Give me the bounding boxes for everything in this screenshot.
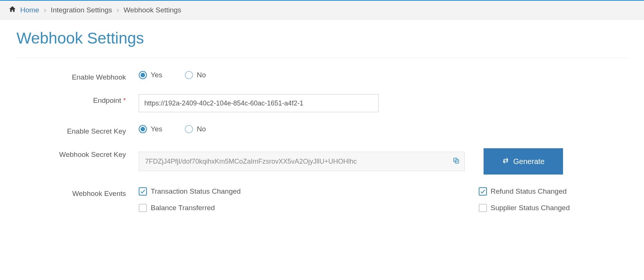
secret-key-field: 7FDZjJ4PfjI/dof70kqihxKm5MCoZaImFzsrovXX… [139,152,465,171]
row-enable-webhook: Enable Webhook Yes No [15,71,629,81]
radio-icon [139,71,147,79]
radio-label-no: No [197,125,206,133]
radio-icon [139,125,147,133]
label-enable-secret: Enable Secret Key [15,125,139,135]
event-transaction-status[interactable]: Transaction Status Changed [139,187,241,196]
home-icon [8,5,16,15]
retweet-icon [502,157,509,166]
event-label: Refund Status Changed [491,187,567,196]
events-col-left: Transaction Status Changed Balance Trans… [139,187,241,212]
enable-webhook-yes[interactable]: Yes [139,71,162,79]
event-label: Supplier Status Changed [491,204,570,212]
row-endpoint: Endpoint * [15,94,629,112]
events-col-right: Refund Status Changed Supplier Status Ch… [479,187,570,212]
breadcrumb-home-link[interactable]: Home [20,6,39,14]
secret-key-value: 7FDZjJ4PfjI/dof70kqihxKm5MCoZaImFzsrovXX… [145,158,449,166]
checkbox-icon [479,204,487,212]
label-enable-webhook: Enable Webhook [15,71,139,81]
row-events: Webhook Events Transaction Status Change… [15,187,629,212]
radio-label-yes: Yes [151,71,162,79]
event-supplier-status[interactable]: Supplier Status Changed [479,204,570,212]
enable-secret-radio-group: Yes No [139,125,206,133]
form: Enable Webhook Yes No Endpoint * [15,58,629,212]
radio-label-yes: Yes [151,125,162,133]
generate-button[interactable]: Generate [484,148,563,175]
breadcrumb-separator: › [42,6,49,14]
copy-icon[interactable] [452,157,460,166]
event-label: Balance Transferred [151,204,215,212]
label-secret-key: Webhook Secret Key [15,148,139,159]
breadcrumb-separator: › [114,6,121,14]
event-label: Transaction Status Changed [151,187,241,196]
radio-icon [185,125,193,133]
breadcrumb-integration[interactable]: Integration Settings [51,6,112,14]
row-enable-secret: Enable Secret Key Yes No [15,125,629,135]
enable-secret-no[interactable]: No [185,125,206,133]
checkbox-icon [139,204,147,212]
enable-webhook-no[interactable]: No [185,71,206,79]
checkbox-icon [139,187,147,196]
checkbox-icon [479,187,487,196]
label-events: Webhook Events [15,187,139,198]
breadcrumb-webhook: Webhook Settings [124,6,181,14]
enable-secret-yes[interactable]: Yes [139,125,162,133]
endpoint-input[interactable] [139,94,379,112]
event-refund-status[interactable]: Refund Status Changed [479,187,570,196]
radio-icon [185,71,193,79]
radio-label-no: No [197,71,206,79]
enable-webhook-radio-group: Yes No [139,71,206,79]
generate-label: Generate [513,157,544,166]
page-title: Webhook Settings [15,20,629,58]
event-balance-transferred[interactable]: Balance Transferred [139,204,241,212]
breadcrumb: Home › Integration Settings › Webhook Se… [0,0,644,20]
label-endpoint: Endpoint * [15,94,139,105]
row-secret-key: Webhook Secret Key 7FDZjJ4PfjI/dof70kqih… [15,148,629,175]
